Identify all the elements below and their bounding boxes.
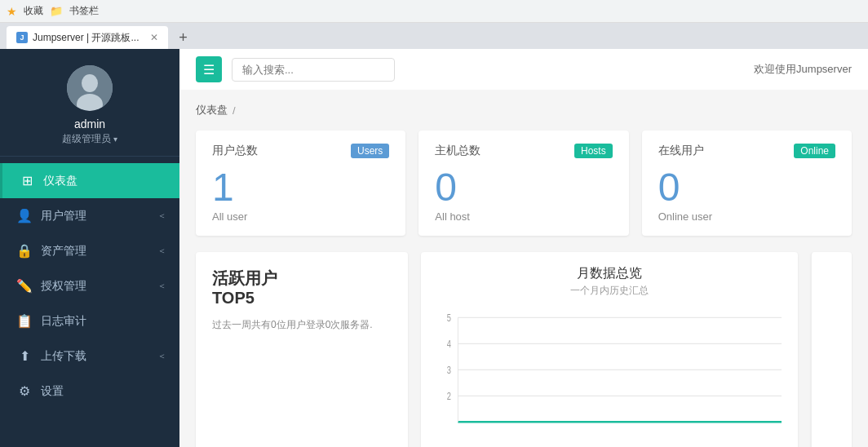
sidebar-label-perms: 授权管理 [41, 279, 86, 294]
welcome-text: 欢迎使用Jumpserver [754, 62, 852, 77]
svg-text:2: 2 [447, 389, 451, 401]
sidebar-label-settings: 设置 [41, 384, 64, 399]
sidebar-username: admin [74, 117, 105, 131]
avatar-image [67, 65, 113, 111]
chevron-right-perms-icon: ＜ [157, 280, 166, 292]
active-users-description: 过去一周共有0位用户登录0次服务器. [212, 317, 392, 333]
sidebar-item-assets[interactable]: 🔒 资产管理 ＜ [0, 233, 179, 268]
stats-row: 用户总数 Users 1 All user 主机总数 Hosts 0 All h… [196, 131, 852, 236]
page-content: 仪表盘 / 用户总数 Users 1 All user 主机总数 [179, 90, 868, 447]
online-card-title: 在线用户 [658, 144, 704, 158]
hosts-badge: Hosts [574, 144, 613, 158]
users-icon: 👤 [16, 208, 33, 224]
users-count: 1 [212, 168, 389, 207]
chevron-right-icon: ＜ [157, 210, 166, 222]
tab-title: Jumpserver | 开源跳板... [33, 31, 139, 45]
sidebar-label-upload: 上传下载 [41, 349, 86, 364]
folder-icon: 📁 [50, 5, 63, 17]
breadcrumb-separator: / [232, 104, 236, 117]
svg-text:4: 4 [447, 337, 452, 349]
chart-subtitle: 一个月内历史汇总 [437, 284, 782, 298]
perms-icon: ✏️ [16, 278, 33, 294]
bookmarks-label: 收藏 [24, 4, 43, 18]
users-card-header: 用户总数 Users [212, 144, 389, 158]
hosts-label: All host [435, 210, 612, 223]
dashboard-icon: ⊞ [19, 173, 35, 188]
app-container: admin 超级管理员 ⊞ 仪表盘 👤 用户管理 ＜ 🔒 资产管理 ＜ ✏️ 授… [0, 49, 868, 447]
bookmarks-bar-label: 书签栏 [69, 4, 99, 18]
topbar: ☰ 欢迎使用Jumpserver [179, 49, 868, 90]
sidebar-label-dashboard: 仪表盘 [43, 174, 78, 188]
breadcrumb-home[interactable]: 仪表盘 [196, 103, 228, 117]
chevron-right-upload-icon: ＜ [157, 350, 166, 362]
tab-favicon: J [16, 32, 28, 43]
star-icon: ★ [7, 5, 17, 18]
hosts-card-title: 主机总数 [435, 144, 480, 158]
online-card-header: 在线用户 Online [658, 144, 835, 158]
sidebar-user-section: admin 超级管理员 [0, 49, 179, 157]
users-stat-card: 用户总数 Users 1 All user [196, 131, 405, 236]
sidebar-item-dashboard[interactable]: ⊞ 仪表盘 [0, 163, 179, 198]
users-label: All user [212, 210, 389, 223]
svg-text:3: 3 [447, 363, 451, 375]
hosts-count: 0 [435, 168, 612, 207]
sidebar-label-users: 用户管理 [41, 209, 86, 224]
settings-icon: ⚙ [16, 383, 33, 399]
chart-title: 月数据总览 [437, 265, 782, 282]
tab-close-icon[interactable]: ✕ [150, 32, 158, 43]
audit-icon: 📋 [16, 313, 33, 329]
upload-icon: ⬆ [16, 348, 33, 364]
sidebar-label-audit: 日志审计 [41, 314, 86, 329]
chevron-right-assets-icon: ＜ [157, 245, 166, 257]
sidebar-role[interactable]: 超级管理员 [62, 132, 117, 146]
svg-text:5: 5 [447, 311, 451, 323]
users-badge: Users [351, 144, 389, 158]
sidebar-item-perms[interactable]: ✏️ 授权管理 ＜ [0, 268, 179, 303]
sidebar-item-settings[interactable]: ⚙ 设置 [0, 374, 179, 409]
sidebar-label-assets: 资产管理 [41, 244, 86, 259]
users-card-title: 用户总数 [212, 144, 258, 158]
active-users-title: 活跃用户 TOP5 [212, 268, 392, 308]
assets-icon: 🔒 [16, 243, 33, 259]
sidebar-item-users[interactable]: 👤 用户管理 ＜ [0, 198, 179, 233]
avatar [67, 65, 113, 111]
bottom-row: 活跃用户 TOP5 过去一周共有0位用户登录0次服务器. 月数据总览 一个月内历… [196, 252, 852, 447]
sidebar-nav: ⊞ 仪表盘 👤 用户管理 ＜ 🔒 资产管理 ＜ ✏️ 授权管理 ＜ 📋 日志审计 [0, 157, 179, 447]
active-tab[interactable]: J Jumpserver | 开源跳板... ✕ [7, 26, 168, 49]
breadcrumb: 仪表盘 / [196, 103, 852, 117]
sidebar-item-audit[interactable]: 📋 日志审计 [0, 303, 179, 339]
online-count: 0 [658, 168, 835, 207]
chart-card: 月数据总览 一个月内历史汇总 5 4 [421, 252, 798, 447]
chart-svg: 5 4 3 2 [437, 308, 782, 438]
search-input[interactable] [232, 58, 395, 82]
menu-toggle-button[interactable]: ☰ [196, 56, 222, 82]
hosts-card-header: 主机总数 Hosts [435, 144, 612, 158]
sidebar-item-upload[interactable]: ⬆ 上传下载 ＜ [0, 339, 179, 374]
new-tab-button[interactable]: + [171, 26, 194, 49]
main-content: ☰ 欢迎使用Jumpserver 仪表盘 / 用户总数 Users 1 [179, 49, 868, 447]
hosts-stat-card: 主机总数 Hosts 0 All host [418, 131, 628, 236]
online-stat-card: 在线用户 Online 0 Online user [642, 131, 852, 236]
chart-area: 5 4 3 2 [437, 308, 782, 438]
browser-tabs: J Jumpserver | 开源跳板... ✕ + [0, 23, 868, 49]
online-label: Online user [658, 210, 835, 223]
sidebar: admin 超级管理员 ⊞ 仪表盘 👤 用户管理 ＜ 🔒 资产管理 ＜ ✏️ 授… [0, 49, 179, 447]
active-users-card: 活跃用户 TOP5 过去一周共有0位用户登录0次服务器. [196, 252, 408, 447]
bookmarks-bar: ★ 收藏 📁 书签栏 [0, 0, 868, 23]
online-badge: Online [794, 144, 835, 158]
right-panel [811, 252, 852, 447]
